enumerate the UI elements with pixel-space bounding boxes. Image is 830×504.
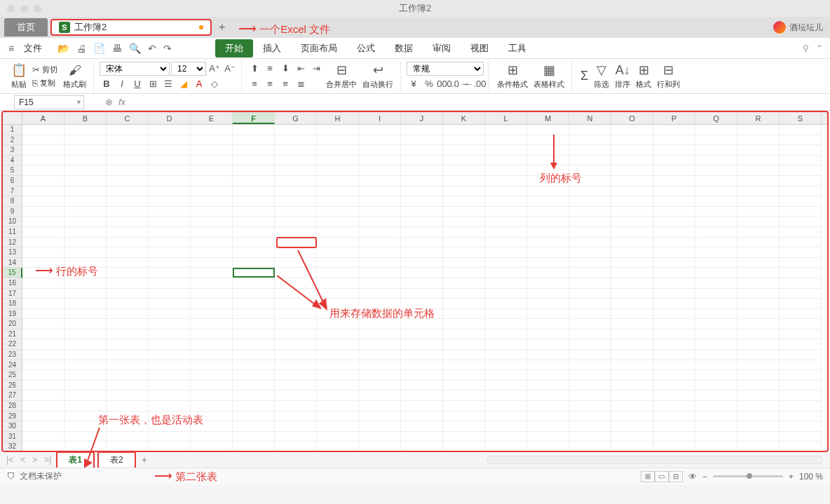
format-painter-button[interactable]: 🖌 格式刷 <box>60 61 89 92</box>
name-box[interactable]: F15 ▼ <box>14 95 84 109</box>
file-menu[interactable]: 文件 <box>20 42 46 55</box>
col-header-N[interactable]: N <box>569 112 611 124</box>
font-color-button[interactable]: A <box>192 77 206 91</box>
tab-start[interactable]: 开始 <box>215 39 253 57</box>
rowcol-button[interactable]: ⊟ 行和列 <box>654 61 683 92</box>
hamburger-icon[interactable]: ≡ <box>6 43 17 54</box>
format-button[interactable]: ⊞ 格式 <box>633 61 654 92</box>
col-header-G[interactable]: G <box>275 112 317 124</box>
row-header-7[interactable]: 7 <box>3 186 22 197</box>
row-header-1[interactable]: 1 <box>3 125 22 135</box>
italic-button[interactable]: I <box>115 77 129 91</box>
row-header-4[interactable]: 4 <box>3 156 22 166</box>
percent-icon[interactable]: % <box>422 77 436 91</box>
add-sheet-button[interactable]: + <box>142 454 147 465</box>
col-header-M[interactable]: M <box>527 112 569 124</box>
row-header-18[interactable]: 18 <box>3 299 22 309</box>
row-header-29[interactable]: 29 <box>3 411 22 422</box>
formula-input[interactable] <box>128 95 830 109</box>
row-header-17[interactable]: 17 <box>3 289 22 299</box>
row-header-27[interactable]: 27 <box>3 390 22 401</box>
table-style-button[interactable]: ▦ 表格样式 <box>531 61 567 92</box>
row-header-8[interactable]: 8 <box>3 196 22 207</box>
row-header-21[interactable]: 21 <box>3 329 22 340</box>
user-badge[interactable]: 酒坛坛儿 <box>773 21 823 34</box>
font-size-select[interactable]: 12 <box>171 62 206 76</box>
align-center-icon[interactable]: ≡ <box>263 77 277 91</box>
tab-review[interactable]: 审阅 <box>423 39 461 57</box>
align-right-icon[interactable]: ≡ <box>278 77 292 91</box>
zoom-slider[interactable] <box>713 475 783 477</box>
row-header-3[interactable]: 3 <box>3 145 22 156</box>
select-all-corner[interactable] <box>3 112 22 125</box>
col-header-H[interactable]: H <box>317 112 359 124</box>
sheet-nav-last-icon[interactable]: >| <box>42 455 53 465</box>
indent-increase-icon[interactable]: ⇥ <box>309 62 323 76</box>
increase-font-icon[interactable]: A⁺ <box>208 62 222 76</box>
align-middle-icon[interactable]: ≡ <box>263 62 277 76</box>
thousands-icon[interactable]: 000 <box>437 77 451 91</box>
row-header-5[interactable]: 5 <box>3 165 22 176</box>
col-header-R[interactable]: R <box>737 112 780 124</box>
tab-data[interactable]: 数据 <box>385 39 423 57</box>
home-tab[interactable]: 首页 <box>4 18 48 36</box>
font-name-select[interactable]: 宋体 <box>100 62 170 76</box>
tab-layout[interactable]: 页面布局 <box>291 39 347 57</box>
zoom-out-button[interactable]: − <box>702 472 707 482</box>
col-header-Q[interactable]: Q <box>695 112 737 124</box>
row-header-16[interactable]: 16 <box>3 278 22 289</box>
copy-button[interactable]: ⎘复制 <box>29 77 60 89</box>
col-header-J[interactable]: J <box>401 112 443 124</box>
row-header-14[interactable]: 14 <box>3 258 22 268</box>
align-top-icon[interactable]: ⬆ <box>247 62 261 76</box>
conditional-format-button[interactable]: ⊞ 条件格式 <box>494 61 531 92</box>
indent-decrease-icon[interactable]: ⇤ <box>294 62 308 76</box>
filter-button[interactable]: ▽ 筛选 <box>591 61 612 92</box>
row-header-31[interactable]: 31 <box>3 432 22 442</box>
col-header-P[interactable]: P <box>653 112 695 124</box>
col-header-S[interactable]: S <box>780 112 822 124</box>
currency-icon[interactable]: ¥ <box>407 77 421 91</box>
redo-icon[interactable]: ↷ <box>162 41 173 55</box>
col-header-F[interactable]: F <box>233 112 275 124</box>
row-header-23[interactable]: 23 <box>3 350 22 360</box>
bold-button[interactable]: B <box>100 77 114 91</box>
row-header-22[interactable]: 22 <box>3 339 22 350</box>
increase-decimal-icon[interactable]: ←.00 <box>468 77 482 91</box>
wrap-button[interactable]: ↩ 自动换行 <box>360 61 396 92</box>
open-icon[interactable]: 📂 <box>56 41 71 55</box>
tab-tools[interactable]: 工具 <box>498 39 536 57</box>
normal-view-icon[interactable]: ⊞ <box>641 471 655 482</box>
col-header-K[interactable]: K <box>443 112 485 124</box>
row-header-20[interactable]: 20 <box>3 319 22 329</box>
workbook-tab[interactable]: S 工作簿2 <box>50 19 212 36</box>
save-icon[interactable]: 🖨 <box>75 41 88 55</box>
cut-button[interactable]: ✂剪切 <box>29 64 60 76</box>
row-header-32[interactable]: 32 <box>3 442 22 452</box>
cell-style-button[interactable]: ☰ <box>161 77 175 91</box>
row-header-15[interactable]: 15 <box>3 268 22 278</box>
col-header-D[interactable]: D <box>149 112 191 124</box>
undo-icon[interactable]: ↶ <box>147 41 158 55</box>
row-header-19[interactable]: 19 <box>3 309 22 320</box>
col-header-A[interactable]: A <box>22 112 64 124</box>
tab-view[interactable]: 视图 <box>461 39 498 57</box>
maximize-window-icon[interactable] <box>34 5 41 13</box>
cells-area[interactable] <box>22 125 827 452</box>
add-tab-button[interactable]: + <box>219 21 225 34</box>
underline-button[interactable]: U <box>130 77 144 91</box>
row-header-2[interactable]: 2 <box>3 135 22 146</box>
fx-icon[interactable]: fx <box>118 97 125 107</box>
sum-button[interactable]: Σ <box>578 61 591 92</box>
fill-color-button[interactable]: ◢ <box>177 77 191 91</box>
sheet-tab-1[interactable]: 表1 <box>56 451 95 469</box>
page-view-icon[interactable]: ▭ <box>655 471 669 482</box>
sheet-nav-prev-icon[interactable]: < <box>18 455 27 465</box>
row-header-28[interactable]: 28 <box>3 401 22 411</box>
eye-icon[interactable]: 👁 <box>688 472 697 482</box>
row-header-13[interactable]: 13 <box>3 247 22 258</box>
print-icon[interactable]: 🖶 <box>111 41 123 55</box>
sort-button[interactable]: A↓ 排序 <box>612 61 633 92</box>
close-window-icon[interactable] <box>7 5 15 13</box>
col-header-B[interactable]: B <box>64 112 107 124</box>
